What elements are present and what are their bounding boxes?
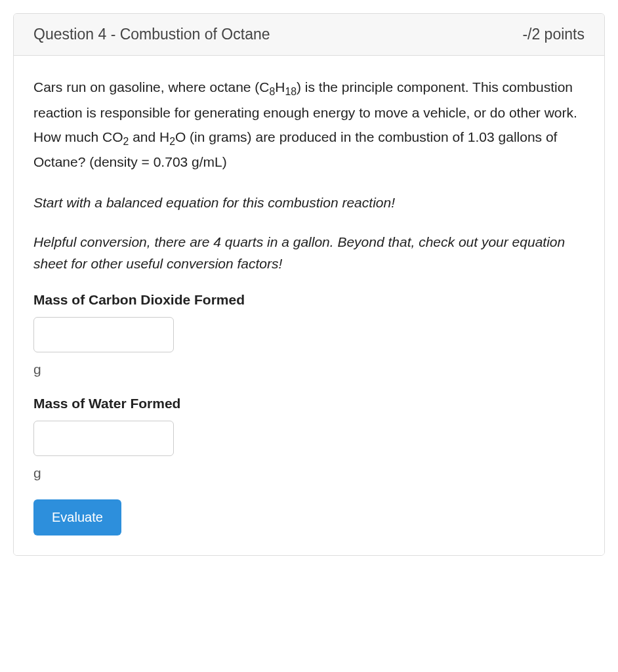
- question-title: Question 4 - Combustion of Octane: [33, 26, 270, 43]
- hint-balanced-equation: Start with a balanced equation for this …: [33, 192, 585, 214]
- h2o-label: Mass of Water Formed: [33, 396, 585, 411]
- points-indicator: -/2 points: [522, 26, 585, 43]
- co2-label: Mass of Carbon Dioxide Formed: [33, 292, 585, 308]
- h2o-unit: g: [33, 465, 585, 481]
- card-body: Cars run on gasoline, where octane (C8H1…: [14, 56, 604, 555]
- h2o-input[interactable]: [33, 421, 174, 456]
- co2-unit: g: [33, 362, 585, 377]
- question-text: Cars run on gasoline, where octane (C8H1…: [33, 75, 585, 175]
- hint-conversion: Helpful conversion, there are 4 quarts i…: [33, 231, 585, 275]
- question-card: Question 4 - Combustion of Octane -/2 po…: [13, 13, 605, 556]
- card-header: Question 4 - Combustion of Octane -/2 po…: [14, 14, 604, 56]
- co2-input[interactable]: [33, 317, 174, 352]
- evaluate-button[interactable]: Evaluate: [33, 499, 121, 536]
